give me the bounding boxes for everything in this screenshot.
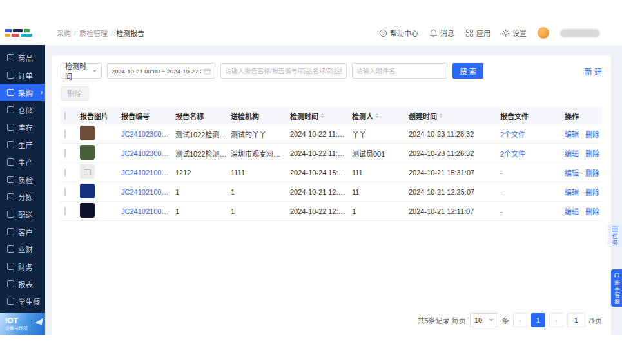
iot-banner[interactable]: IOT 设备与环境 — [0, 313, 45, 335]
table-row: JC24102100003 1 1 2024-10-21 12:24:00 11… — [61, 182, 602, 202]
row-checkbox[interactable] — [64, 149, 66, 157]
sidebar-item-label: 生产 — [18, 140, 33, 150]
edit-link[interactable]: 编辑 — [565, 206, 579, 216]
tasks-fab[interactable]: 任务 — [608, 224, 622, 247]
gear-icon — [501, 29, 510, 37]
attachment-name-input[interactable] — [352, 63, 447, 79]
tasks-icon — [612, 226, 619, 232]
sidebar-item-inventory[interactable]: 库存 — [0, 119, 45, 136]
delete-link[interactable]: 删除 — [585, 187, 599, 197]
edit-link[interactable]: 编辑 — [565, 129, 579, 139]
date-range-picker[interactable] — [107, 63, 215, 79]
sidebar-item-products[interactable]: 商品 — [0, 49, 45, 66]
sidebar-item-customers[interactable]: 客户 — [0, 223, 45, 240]
messages-button[interactable]: 消息 — [429, 28, 454, 38]
edit-link[interactable]: 编辑 — [565, 148, 579, 158]
report-no-link[interactable]: JC24102300005 — [121, 149, 175, 157]
sidebar-item-quality[interactable]: 质检 — [0, 171, 45, 188]
edit-link[interactable]: 编辑 — [565, 187, 579, 197]
delete-link[interactable]: 删除 — [585, 206, 599, 216]
create-button[interactable]: 新 建 — [585, 66, 602, 77]
row-checkbox[interactable] — [64, 130, 66, 138]
help-center-button[interactable]: ? 帮助中心 — [379, 28, 418, 38]
page-jump-input[interactable] — [567, 313, 585, 327]
select-all-checkbox[interactable] — [64, 112, 66, 120]
sidebar-item-label: 学生餐 — [18, 296, 41, 307]
content-card: 检测时间 搜 索 新 建 删除 报告图片 报告编号 报告名称 送检 — [52, 55, 611, 335]
report-files-empty: - — [500, 169, 565, 177]
delete-link[interactable]: 删除 — [585, 148, 599, 158]
sidebar-menu: 商品 订单 采购› 仓储 库存 生产 生产 质检 分拣 配送 客户 业财 财务 … — [0, 45, 45, 313]
report-no-link[interactable]: JC24102100005 — [121, 169, 175, 177]
sidebar-item-orders[interactable]: 订单 — [0, 66, 45, 84]
sidebar-item-procurement[interactable]: 采购› — [0, 84, 45, 101]
row-checkbox[interactable] — [64, 169, 66, 177]
inventory-icon — [7, 124, 14, 131]
col-test-time: 检测时间 — [290, 111, 352, 121]
sidebar-item-finance[interactable]: 财务 — [0, 258, 45, 275]
test-time: 2024-10-24 15:30:00 — [290, 169, 352, 177]
user-avatar[interactable] — [538, 27, 549, 39]
search-button[interactable]: 搜 索 — [452, 63, 483, 79]
keyword-search-input[interactable] — [220, 63, 347, 79]
report-files-link[interactable]: 2个文件 — [500, 129, 565, 139]
report-image-placeholder[interactable] — [80, 164, 95, 179]
settings-button[interactable]: 设置 — [501, 28, 527, 38]
time-type-select[interactable]: 检测时间 — [61, 63, 102, 79]
svg-text:?: ? — [382, 30, 384, 36]
report-no-link[interactable]: JC24102100001 — [121, 207, 175, 215]
agency: 测试的丫丫 — [231, 129, 290, 139]
table-row: JC24102300005 测试1022检测报告 深圳市观麦网络科技 2024-… — [61, 144, 602, 163]
date-range-input[interactable] — [112, 68, 201, 75]
filter-bar: 检测时间 搜 索 新 建 — [52, 55, 611, 79]
report-image-thumbnail[interactable] — [80, 203, 95, 218]
report-image-thumbnail[interactable] — [80, 184, 95, 198]
report-image-thumbnail[interactable] — [80, 126, 95, 140]
breadcrumb-item[interactable]: 采购 — [57, 28, 71, 38]
page-size-select[interactable]: 10 — [470, 313, 498, 327]
row-checkbox[interactable] — [64, 188, 66, 196]
prev-page-button[interactable]: ‹ — [513, 313, 527, 327]
bulk-delete-button[interactable]: 删除 — [61, 86, 89, 101]
next-page-button[interactable]: › — [549, 313, 563, 327]
edit-link[interactable]: 编辑 — [565, 168, 579, 178]
apps-button[interactable]: 应用 — [465, 28, 491, 38]
quality-icon — [7, 176, 14, 183]
current-page-button[interactable]: 1 — [531, 313, 545, 327]
sidebar-item-student-meals[interactable]: 学生餐 — [0, 292, 45, 310]
row-checkbox[interactable] — [64, 207, 66, 215]
delete-link[interactable]: 删除 — [585, 168, 599, 178]
report-no-link[interactable]: JC24102300006 — [121, 130, 175, 138]
report-files-link[interactable]: 2个文件 — [500, 148, 565, 158]
page-size-value: 10 — [474, 316, 482, 324]
chevron-right-icon: › — [41, 89, 43, 96]
bell-icon — [429, 29, 438, 37]
sidebar-item-sorting[interactable]: 分拣 — [0, 188, 45, 206]
products-icon — [7, 54, 14, 61]
total-pages-text: /1页 — [589, 315, 602, 325]
report-name: 1 — [175, 207, 231, 215]
sidebar-item-production-2[interactable]: 生产 — [0, 153, 45, 171]
sidebar-item-delivery[interactable]: 配送 — [0, 206, 45, 223]
sidebar-item-production-1[interactable]: 生产 — [0, 136, 45, 153]
sort-icon[interactable] — [320, 113, 324, 118]
report-no-link[interactable]: JC24102100003 — [121, 188, 175, 196]
sidebar-item-label: 生产 — [18, 157, 33, 168]
sort-icon[interactable] — [439, 113, 443, 118]
page-size-unit: 条 — [502, 315, 509, 325]
sidebar-item-business-finance[interactable]: 业财 — [0, 240, 45, 258]
col-report-image: 报告图片 — [80, 111, 121, 121]
customer-service-fab[interactable]: 新手客服 — [611, 269, 622, 307]
col-report-name: 报告名称 — [175, 111, 231, 121]
sidebar-item-reports[interactable]: 报表 — [0, 275, 45, 292]
delete-link[interactable]: 删除 — [585, 129, 599, 139]
user-name-blurred[interactable] — [560, 29, 600, 37]
tester: 测试员001 — [352, 148, 409, 158]
sort-icon[interactable] — [375, 113, 379, 118]
sidebar-item-warehouse[interactable]: 仓储 — [0, 101, 45, 119]
col-created: 创建时间 — [409, 111, 500, 121]
breadcrumb-item-current: 检测报告 — [116, 28, 144, 38]
breadcrumb-item[interactable]: 质检管理 — [79, 28, 108, 38]
report-image-thumbnail[interactable] — [80, 145, 95, 160]
orders-icon — [7, 72, 14, 79]
